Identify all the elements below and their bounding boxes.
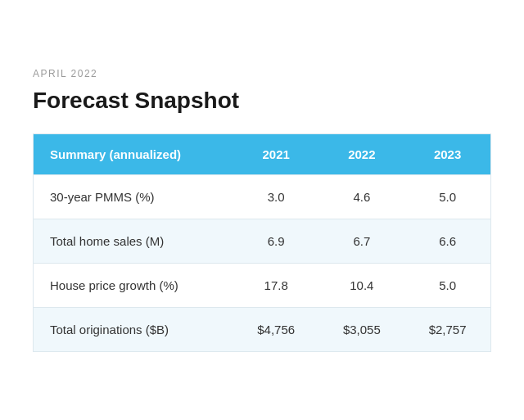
cell-row2-col0: House price growth (%) xyxy=(34,264,233,308)
table-header-row: Summary (annualized) 2021 2022 2023 xyxy=(34,134,491,175)
cell-row1-col1: 6.9 xyxy=(233,219,319,264)
cell-row1-col2: 6.7 xyxy=(319,219,405,264)
cell-row2-col1: 17.8 xyxy=(233,264,319,308)
page-title: Forecast Snapshot xyxy=(33,88,491,114)
cell-row0-col1: 3.0 xyxy=(233,175,319,219)
cell-row0-col2: 4.6 xyxy=(319,175,405,219)
table-row: House price growth (%)17.810.45.0 xyxy=(34,264,491,308)
cell-row3-col3: $2,757 xyxy=(404,308,490,352)
cell-row2-col3: 5.0 xyxy=(404,264,490,308)
cell-row0-col3: 5.0 xyxy=(404,175,490,219)
date-label: APRIL 2022 xyxy=(33,68,491,79)
cell-row2-col2: 10.4 xyxy=(319,264,405,308)
cell-row3-col2: $3,055 xyxy=(319,308,405,352)
col-header-2022: 2022 xyxy=(319,134,405,175)
cell-row0-col0: 30-year PMMS (%) xyxy=(34,175,233,219)
cell-row1-col0: Total home sales (M) xyxy=(34,219,233,264)
table-row: 30-year PMMS (%)3.04.65.0 xyxy=(34,175,491,219)
page-container: APRIL 2022 Forecast Snapshot Summary (an… xyxy=(33,35,491,385)
forecast-table: Summary (annualized) 2021 2022 2023 30-y… xyxy=(33,133,491,352)
cell-row3-col0: Total originations ($B) xyxy=(34,308,233,352)
col-header-2021: 2021 xyxy=(233,134,319,175)
cell-row3-col1: $4,756 xyxy=(233,308,319,352)
col-header-label: Summary (annualized) xyxy=(34,134,233,175)
table-row: Total home sales (M)6.96.76.6 xyxy=(34,219,491,264)
cell-row1-col3: 6.6 xyxy=(404,219,490,264)
col-header-2023: 2023 xyxy=(404,134,490,175)
table-row: Total originations ($B)$4,756$3,055$2,75… xyxy=(34,308,491,352)
